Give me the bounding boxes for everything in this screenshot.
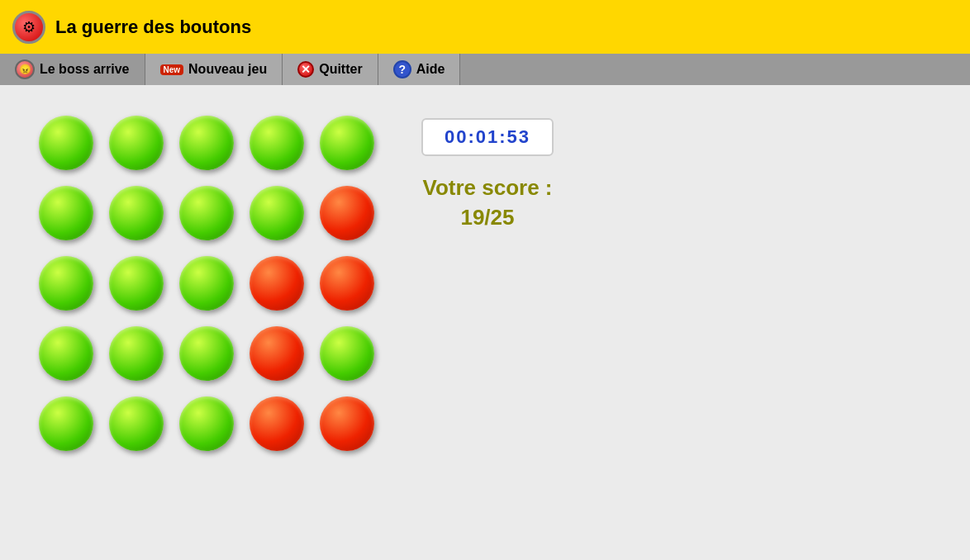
side-panel: 00:01:53 Votre score : 19/25: [421, 118, 554, 233]
button-cell: [33, 180, 99, 246]
game-button-21[interactable]: [109, 396, 164, 451]
menu-boss[interactable]: 😠 Le boss arrive: [0, 54, 145, 85]
score-value: 19/25: [422, 202, 552, 232]
menu-aide[interactable]: ? Aide: [378, 54, 461, 85]
button-cell: [103, 110, 169, 176]
game-button-1[interactable]: [109, 116, 164, 170]
menu-quitter-label: Quitter: [319, 62, 362, 77]
button-cell: [314, 391, 380, 457]
game-button-2[interactable]: [179, 116, 234, 170]
title-text: La guerre des boutons: [55, 17, 251, 38]
timer-display: 00:01:53: [421, 118, 554, 156]
button-cell: [244, 110, 310, 176]
game-button-18[interactable]: [250, 326, 304, 381]
menu-aide-label: Aide: [416, 62, 445, 77]
game-button-15[interactable]: [39, 326, 93, 381]
game-button-0[interactable]: [39, 116, 93, 170]
button-cell: [103, 320, 169, 387]
quit-icon: ✕: [297, 61, 314, 78]
button-cell: [174, 320, 240, 387]
button-cell: [314, 320, 380, 387]
button-cell: [314, 110, 380, 176]
game-button-4[interactable]: [320, 116, 374, 170]
button-cell: [314, 250, 380, 316]
button-grid: [25, 102, 388, 465]
menu-boss-label: Le boss arrive: [40, 62, 130, 77]
button-cell: [244, 391, 310, 457]
new-icon: New: [160, 64, 184, 75]
game-button-23[interactable]: [250, 396, 304, 451]
game-button-22[interactable]: [179, 396, 234, 451]
game-button-24[interactable]: [320, 396, 374, 451]
button-cell: [174, 110, 240, 176]
button-cell: [244, 180, 310, 246]
button-cell: [244, 250, 310, 316]
game-button-10[interactable]: [39, 256, 93, 311]
button-cell: [103, 180, 169, 246]
button-cell: [244, 320, 310, 387]
game-button-9[interactable]: [320, 186, 374, 240]
menu-nouveau[interactable]: New Nouveau jeu: [145, 54, 283, 85]
game-button-12[interactable]: [179, 256, 234, 311]
button-cell: [174, 250, 240, 316]
score-label: Votre score :: [422, 173, 552, 202]
game-button-14[interactable]: [320, 256, 374, 311]
game-button-16[interactable]: [109, 326, 164, 381]
game-button-11[interactable]: [109, 256, 164, 311]
menu-bar: 😠 Le boss arrive New Nouveau jeu ✕ Quitt…: [0, 54, 970, 85]
game-button-20[interactable]: [39, 396, 93, 451]
title-icon: ⚙: [12, 11, 45, 44]
button-cell: [33, 320, 99, 387]
game-button-6[interactable]: [109, 186, 164, 240]
title-bar: ⚙ La guerre des boutons: [0, 0, 970, 54]
button-cell: [33, 110, 99, 176]
game-button-8[interactable]: [250, 186, 304, 240]
game-button-13[interactable]: [250, 256, 304, 311]
button-cell: [33, 250, 99, 316]
button-cell: [33, 391, 99, 457]
button-cell: [174, 180, 240, 246]
button-cell: [174, 391, 240, 457]
game-button-5[interactable]: [39, 186, 93, 240]
menu-nouveau-label: Nouveau jeu: [188, 62, 267, 77]
help-icon: ?: [393, 60, 411, 78]
button-cell: [103, 250, 169, 316]
button-cell: [314, 180, 380, 246]
button-cell: [103, 391, 169, 457]
game-button-3[interactable]: [250, 116, 304, 170]
boss-icon: 😠: [15, 59, 35, 79]
score-display: Votre score : 19/25: [422, 173, 552, 233]
game-button-17[interactable]: [179, 326, 234, 381]
game-button-7[interactable]: [179, 186, 234, 240]
main-content: 00:01:53 Votre score : 19/25: [0, 85, 970, 560]
game-button-19[interactable]: [320, 326, 374, 381]
menu-quitter[interactable]: ✕ Quitter: [283, 54, 378, 85]
